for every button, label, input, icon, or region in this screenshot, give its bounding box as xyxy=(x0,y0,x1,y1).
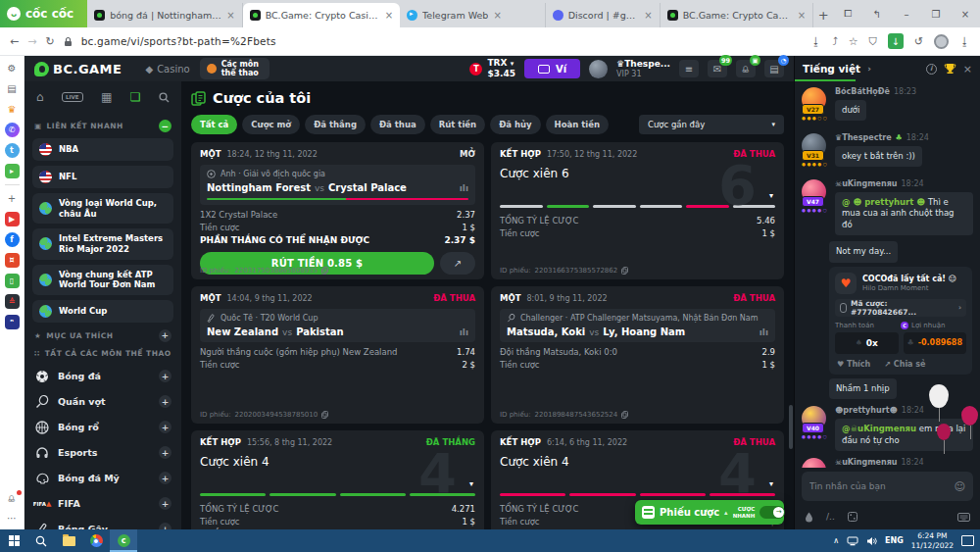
add-favorite-icon[interactable]: + xyxy=(159,329,172,342)
tab-close-icon[interactable]: × xyxy=(493,10,501,21)
expand-plus-icon[interactable]: + xyxy=(159,395,172,408)
sidebar-item-nba[interactable]: NBA xyxy=(32,138,173,161)
download-extension-icon[interactable]: ↓ xyxy=(888,33,904,49)
chat-message-input[interactable] xyxy=(809,481,955,491)
tab-close-icon[interactable]: × xyxy=(226,10,234,21)
taskbar-clock[interactable]: 6:24 PM11/12/2022 xyxy=(911,531,954,551)
expand-caret-icon[interactable]: ▾ xyxy=(769,479,773,488)
sidebar-item-fifa[interactable]: FIFA▲ FIFA + xyxy=(32,491,173,517)
nav-sports[interactable]: Các môn thể thao xyxy=(200,58,270,79)
coccoc-taskbar-icon[interactable]: c xyxy=(110,529,137,552)
filter-lost[interactable]: Đã thua xyxy=(370,115,425,134)
calendar-icon[interactable]: ▦ xyxy=(101,90,112,104)
sidebar-item-atp-finals[interactable]: Vòng chung kết ATP World Tour Đơn Nam xyxy=(32,265,173,295)
close-chat-icon[interactable]: × xyxy=(963,63,972,75)
tab-close-icon[interactable]: × xyxy=(385,10,393,21)
sync-icon[interactable]: ↺ xyxy=(914,35,923,48)
mail-icon[interactable]: ✉ 99 xyxy=(708,60,727,77)
lucky-money-icon[interactable]: ¤ xyxy=(5,253,20,268)
mention[interactable]: @ ☻ prettyhurt ☻ xyxy=(842,197,925,207)
live-icon[interactable]: LIVE xyxy=(62,92,83,102)
expand-plus-icon[interactable]: + xyxy=(159,523,172,529)
new-tab-button[interactable]: + xyxy=(813,3,833,27)
action-center-icon[interactable] xyxy=(961,535,974,546)
copy-icon[interactable] xyxy=(621,411,628,419)
tab-bcgame-2[interactable]: BC.Game: Crypto Casino Gan × xyxy=(661,3,814,27)
username[interactable]: ☠uKingmenяu xyxy=(835,179,898,188)
filter-won[interactable]: Đã thắng xyxy=(305,115,366,134)
volume-icon[interactable] xyxy=(866,536,877,546)
education-icon[interactable]: ≙ xyxy=(5,294,20,309)
sidebar-item-basketball[interactable]: Bóng rổ + xyxy=(32,415,173,440)
username[interactable]: ♛Thespectre xyxy=(835,133,892,142)
user-meta[interactable]: ♛Thespe... VIP 31 xyxy=(616,59,670,78)
match-box[interactable]: Challenger · ATP Challenger Matsuyama, N… xyxy=(500,309,775,342)
avatar[interactable] xyxy=(802,458,826,468)
copy-icon[interactable] xyxy=(321,267,328,275)
downloads-tray-icon[interactable]: ⭳ xyxy=(959,35,970,48)
filter-open[interactable]: Cược mở xyxy=(242,115,300,134)
slash-commands-icon[interactable]: /.. xyxy=(826,512,835,522)
dice-icon[interactable] xyxy=(848,512,858,522)
expand-caret-icon[interactable]: ▾ xyxy=(769,191,773,200)
expand-plus-icon[interactable]: + xyxy=(159,370,172,382)
sidebar-item-wc-qualifiers[interactable]: Vòng loại World Cup, châu Âu xyxy=(32,193,173,224)
reading-mode-icon[interactable]: ⧠ xyxy=(833,8,862,20)
network-icon[interactable] xyxy=(847,536,858,546)
search-icon[interactable] xyxy=(159,92,170,103)
file-explorer-icon[interactable] xyxy=(55,529,82,552)
username[interactable]: ☻prettyhurt☻ xyxy=(835,406,898,415)
username[interactable]: BócBátHọĐề xyxy=(835,87,890,96)
expand-plus-icon[interactable]: + xyxy=(159,497,172,510)
collapse-minus-icon[interactable]: − xyxy=(159,120,172,132)
match-box[interactable]: Anh · Giải vô địch quốc gia Nottingham F… xyxy=(200,165,475,205)
nav-casino[interactable]: ◆ Casino xyxy=(145,64,189,75)
messenger-icon[interactable]: ✆ xyxy=(5,123,20,137)
add-shortcut-icon[interactable]: + xyxy=(5,191,20,206)
back-icon[interactable]: ← xyxy=(10,35,19,48)
gif-keyboard-icon[interactable] xyxy=(957,513,970,522)
tab-close-icon[interactable]: × xyxy=(644,10,652,21)
tab-bcgame-active[interactable]: BC.Game: Crypto Casino Gan × xyxy=(243,3,400,27)
tab-football[interactable]: bóng đá | Nottingham Fores × xyxy=(87,3,243,27)
menu-icon[interactable]: ≡ xyxy=(679,60,699,77)
flag-bookmark-icon[interactable]: ⁿ xyxy=(5,315,20,329)
trophy-icon[interactable] xyxy=(944,63,956,75)
mention[interactable]: @☠uKingmenяu xyxy=(842,424,916,433)
username[interactable]: ☠uKingmenяu xyxy=(835,458,898,467)
settings-gear-icon[interactable]: ⚙ xyxy=(5,61,20,75)
stats-icon[interactable]: ılı xyxy=(460,183,468,193)
sidebar-item-world-cup[interactable]: World Cup xyxy=(32,300,173,323)
tab-telegram[interactable]: Telegram Web × xyxy=(400,3,546,27)
copy-icon[interactable] xyxy=(321,411,328,419)
share-bet-button[interactable]: ↗ xyxy=(440,252,475,275)
filter-cancelled[interactable]: Đã hủy xyxy=(490,115,540,134)
filter-cashout[interactable]: Rút tiền xyxy=(430,115,485,134)
emoji-smiley-icon[interactable]: ☺ xyxy=(955,480,965,493)
balance-selector[interactable]: T TRX ▾$3.45 xyxy=(469,58,514,79)
stats-icon[interactable]: ılı xyxy=(760,327,768,337)
user-avatar[interactable] xyxy=(589,60,608,78)
expand-caret-icon[interactable]: ▾ xyxy=(469,479,473,488)
bet-card-combo[interactable]: KẾT HỢP 15:56, 8 thg 11, 2022 ĐÃ THẮNG 4… xyxy=(191,430,484,529)
more-options-icon[interactable]: ⋯ xyxy=(5,511,20,526)
quick-bet-toggle[interactable] xyxy=(760,506,785,519)
expand-plus-icon[interactable]: + xyxy=(159,421,172,433)
betslip-fab[interactable]: Phiếu cược ▴ CƯỢC NHANH xyxy=(635,500,784,525)
sidebar-item-nfl[interactable]: NFL xyxy=(32,166,173,188)
like-button[interactable]: ♥ Thích xyxy=(837,360,870,369)
copy-icon[interactable] xyxy=(621,267,628,275)
profile-avatar-icon[interactable] xyxy=(934,34,949,49)
share-button[interactable]: ↗ Chia sẻ xyxy=(884,360,925,369)
shared-bet-card[interactable]: ♥ COCOđã lấy tất cả! ☺ Hilo Damn Moment … xyxy=(829,267,972,375)
sidebar-item-american-football[interactable]: Bóng đá Mỹ + xyxy=(32,466,173,491)
reload-icon[interactable]: ↻ xyxy=(45,35,54,48)
sidebar-item-tennis[interactable]: Quần vợt + xyxy=(32,389,173,415)
show-hidden-icons[interactable]: ∧ xyxy=(833,536,839,545)
start-button[interactable] xyxy=(0,529,27,552)
notifications-bell-icon[interactable]: 🕭 ▣ xyxy=(736,60,756,77)
sidebar-item-esports[interactable]: Esports + xyxy=(32,440,173,466)
minimize-button[interactable]: – xyxy=(892,9,921,20)
expand-plus-icon[interactable]: + xyxy=(159,472,172,484)
chrome-icon[interactable] xyxy=(82,529,110,552)
